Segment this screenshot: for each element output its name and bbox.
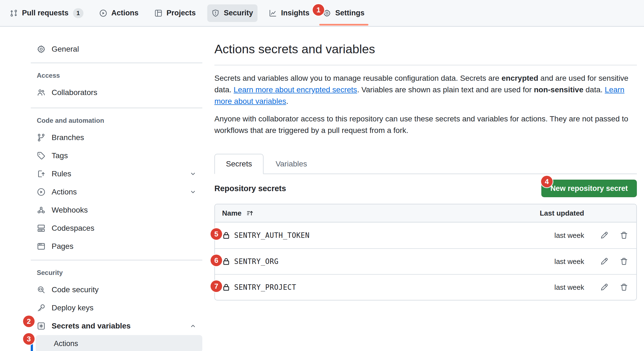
secret-row-sentry-auth-token: 5 SENTRY_AUTH_TOKEN last week	[215, 222, 636, 248]
intro-text: Secrets and variables allow you to manag…	[214, 74, 502, 82]
tag-icon	[37, 152, 46, 160]
page-title: Actions secrets and variables	[214, 41, 637, 57]
name-column-header: Name	[222, 209, 242, 218]
last-updated-column-header: Last updated	[532, 209, 584, 218]
browser-icon	[37, 242, 46, 250]
sidebar-section-access: Access	[31, 68, 202, 83]
new-repository-secret-button[interactable]: 4 New repository secret	[541, 180, 637, 197]
sidebar-item-label: Codespaces	[52, 224, 94, 233]
sidebar-item-codespaces[interactable]: Codespaces	[31, 219, 202, 237]
sidebar-item-secrets-and-variables[interactable]: 2 Secrets and variables	[31, 317, 202, 335]
sidebar-item-actions[interactable]: Actions	[31, 183, 202, 201]
annotation-badge-7: 7	[211, 280, 222, 292]
sidebar-item-rules[interactable]: Rules	[31, 165, 202, 183]
edit-secret-button[interactable]	[598, 229, 611, 242]
lock-icon	[222, 257, 230, 266]
codespaces-icon	[37, 224, 46, 232]
tab-variables[interactable]: Variables	[264, 154, 319, 174]
sidebar-item-label: Actions	[52, 188, 77, 196]
nav-tab-label: Pull requests	[22, 9, 69, 17]
nav-tab-label: Actions	[111, 9, 139, 17]
sidebar-item-label: Collaborators	[52, 88, 97, 97]
new-repository-secret-label: New repository secret	[550, 184, 628, 193]
intro-paragraph: Secrets and variables allow you to manag…	[214, 73, 637, 107]
link-encrypted-secrets[interactable]: Learn more about encrypted secrets	[234, 85, 357, 94]
sidebar-item-label: Tags	[52, 151, 68, 160]
sidebar-section-code-automation: Code and automation	[31, 113, 202, 129]
repository-secrets-heading: Repository secrets	[214, 184, 286, 193]
delete-secret-button[interactable]	[618, 229, 630, 242]
sidebar-item-pages[interactable]: Pages	[31, 237, 202, 255]
annotation-badge-1: 1	[313, 4, 324, 16]
sidebar-item-branches[interactable]: Branches	[31, 129, 202, 147]
sidebar-item-tags[interactable]: Tags	[31, 147, 202, 165]
sidebar-item-label: Secrets and variables	[52, 322, 131, 330]
delete-secret-button[interactable]	[618, 281, 630, 294]
sort-ascending-icon[interactable]	[247, 210, 254, 217]
lock-icon	[222, 231, 230, 239]
intro-text: data.	[583, 85, 605, 94]
sidebar-divider	[31, 108, 202, 108]
annotation-badge-5: 5	[211, 228, 222, 240]
lock-icon	[222, 283, 230, 291]
table-header-row: Name Last updated	[215, 204, 636, 222]
annotation-badge-4: 4	[541, 176, 553, 187]
sidebar-item-deploy-keys[interactable]: Deploy keys	[31, 299, 202, 317]
asterisk-box-icon	[37, 322, 46, 330]
repository-secrets-table: Name Last updated 5 SENTRY_AU	[214, 204, 637, 300]
sidebar-item-label: Webhooks	[52, 206, 88, 215]
tab-secrets[interactable]: Secrets	[214, 154, 264, 174]
people-icon	[37, 88, 46, 97]
secret-name: SENTRY_AUTH_TOKEN	[234, 231, 310, 239]
secret-name: SENTRY_ORG	[234, 257, 279, 266]
code-scan-icon	[37, 286, 46, 294]
sidebar-subitem-label: Actions	[54, 339, 78, 348]
nav-tab-actions[interactable]: Actions	[95, 0, 143, 26]
rules-icon	[37, 170, 46, 178]
key-icon	[37, 304, 46, 312]
sidebar-item-code-security[interactable]: Code security	[31, 281, 202, 299]
intro-bold-encrypted: encrypted	[502, 74, 538, 82]
intro-text: .	[286, 97, 288, 105]
sidebar-item-label: Pages	[52, 242, 73, 251]
annotation-badge-6: 6	[211, 255, 222, 266]
sidebar-item-general[interactable]: General	[31, 40, 202, 58]
webhook-icon	[37, 206, 46, 214]
intro-bold-non-sensitive: non-sensitive	[534, 85, 583, 94]
main-content: Actions secrets and variables Secrets an…	[214, 0, 637, 300]
sidebar-item-label: General	[52, 45, 79, 54]
sidebar-item-label: Deploy keys	[52, 303, 94, 312]
nav-tab-projects[interactable]: Projects	[150, 0, 200, 26]
projects-table-icon	[155, 9, 162, 17]
git-branch-icon	[37, 133, 46, 142]
nav-tab-pull-requests[interactable]: Pull requests 1	[5, 0, 88, 26]
annotation-badge-2: 2	[23, 316, 35, 327]
delete-secret-button[interactable]	[618, 255, 630, 268]
annotation-badge-3: 3	[23, 333, 35, 345]
sidebar-divider	[31, 63, 202, 63]
secret-updated: last week	[532, 231, 584, 240]
sidebar-item-label: Branches	[52, 133, 84, 142]
sidebar-item-collaborators[interactable]: Collaborators	[31, 83, 202, 102]
secrets-variables-tabbar: Secrets Variables	[214, 154, 637, 174]
git-pull-request-icon	[10, 9, 18, 17]
sidebar-subitem-actions-active[interactable]: 3 Actions	[36, 335, 202, 351]
sidebar-item-label: Rules	[52, 169, 71, 178]
sidebar-divider	[31, 260, 202, 260]
pull-requests-counter: 1	[73, 8, 83, 18]
secret-row-sentry-project: 7 SENTRY_PROJECT last week	[215, 274, 636, 300]
chevron-down-icon	[190, 171, 196, 177]
intro-text: . Variables are shown as plain text and …	[357, 85, 534, 94]
gear-icon	[37, 45, 46, 53]
sidebar-item-label: Code security	[52, 285, 99, 294]
secret-updated: last week	[532, 257, 584, 266]
play-icon	[37, 188, 46, 196]
github-settings-page: Pull requests 1 Actions Projects Securit…	[0, 0, 644, 351]
edit-secret-button[interactable]	[598, 255, 611, 268]
sidebar-item-webhooks[interactable]: Webhooks	[31, 201, 202, 219]
chevron-up-icon	[190, 323, 196, 329]
secret-name: SENTRY_PROJECT	[234, 283, 296, 291]
play-icon	[99, 9, 107, 17]
secret-row-sentry-org: 6 SENTRY_ORG last week	[215, 248, 636, 274]
edit-secret-button[interactable]	[598, 281, 611, 294]
